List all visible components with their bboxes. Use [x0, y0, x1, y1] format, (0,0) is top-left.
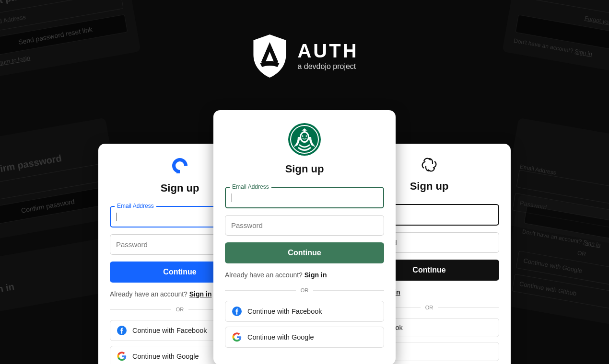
already-account-row: Already have an account? Sign in — [225, 271, 384, 279]
bg-right-card-c: Continue Don't have an account? Sign in … — [500, 194, 609, 330]
svg-rect-0 — [176, 170, 180, 173]
continue-with-facebook-button[interactable]: Continue with Facebook — [225, 301, 384, 322]
continue-button[interactable]: Continue — [225, 242, 384, 263]
password-input[interactable] — [225, 215, 384, 236]
signup-cards-row: Sign up Email Address Continue Already h… — [98, 110, 511, 364]
facebook-icon — [232, 307, 242, 316]
signup-heading: Sign up — [161, 182, 199, 194]
already-account-text: Already have an account? — [225, 271, 303, 279]
digitalocean-logo-icon — [170, 156, 189, 177]
or-divider: OR — [225, 287, 384, 293]
password-input-wrap — [225, 215, 384, 236]
bg-right-card-a: Forgot your password? Cont Don't have an… — [502, 0, 609, 77]
google-icon — [232, 332, 242, 342]
google-button-label: Continue with Google — [247, 333, 314, 341]
signin-link[interactable]: Sign in — [304, 271, 327, 279]
svg-point-7 — [301, 133, 308, 141]
signup-card-starbucks: Sign up Email Address Continue Already h… — [213, 110, 396, 364]
facebook-icon — [117, 326, 127, 335]
signin-link[interactable]: Sign in — [189, 290, 212, 298]
openai-logo-icon — [421, 156, 438, 175]
facebook-button-label: Continue with Facebook — [247, 307, 322, 315]
text-cursor — [232, 193, 232, 202]
email-label: Email Address — [230, 183, 271, 190]
google-icon — [117, 352, 127, 361]
text-cursor — [117, 213, 117, 221]
bg-reset-password-card: Reset password Email Address Send passwo… — [0, 0, 141, 80]
svg-point-9 — [305, 135, 307, 136]
signup-heading: Sign up — [410, 180, 449, 193]
svg-point-8 — [302, 135, 303, 136]
facebook-button-label: Continue with Facebook — [132, 327, 207, 334]
already-account-text: Already have an account? — [110, 290, 187, 298]
header-subtitle: a devdojo project — [297, 62, 358, 71]
google-button-label: Continue with Google — [132, 353, 199, 360]
svg-rect-1 — [174, 168, 176, 171]
bg-signin-title: Sign in — [0, 265, 106, 297]
header-title: AUTH — [297, 41, 358, 60]
signup-heading: Sign up — [285, 163, 324, 175]
svg-rect-2 — [173, 167, 174, 168]
auth-header: AUTH a devdojo project — [250, 34, 358, 79]
continue-with-google-button[interactable]: Continue with Google — [225, 327, 384, 348]
email-input-wrap: Email Address — [225, 187, 384, 208]
email-label: Email Address — [115, 203, 156, 209]
starbucks-logo-icon — [288, 123, 321, 158]
shield-logo-icon — [250, 34, 289, 79]
